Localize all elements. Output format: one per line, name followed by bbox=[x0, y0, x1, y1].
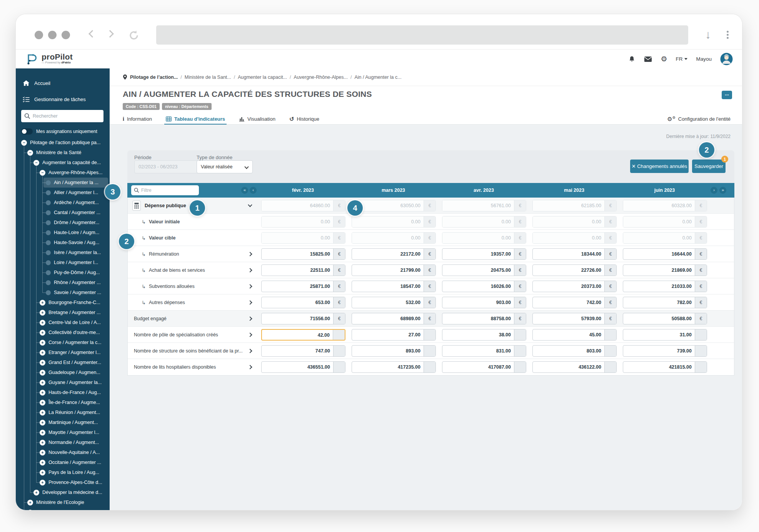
tree-item[interactable]: −Auvergne-Rhône-Alpes... bbox=[18, 168, 108, 178]
tree-leaf-dot-icon[interactable] bbox=[46, 180, 51, 185]
tree-item[interactable]: +Nouvelle-Aquitaine / A... bbox=[18, 447, 108, 457]
tree-leaf-dot-icon[interactable] bbox=[46, 210, 51, 215]
tree-leaf-dot-icon[interactable] bbox=[46, 240, 51, 245]
value-cell[interactable]: 739.00 bbox=[623, 346, 695, 356]
tab-historique[interactable]: ↺Historique bbox=[289, 113, 319, 125]
tree-item[interactable]: Savoie / Augmenter ... bbox=[18, 288, 108, 298]
tree-item[interactable]: +Centre-Val de Loire / A... bbox=[18, 318, 108, 328]
more-actions-button[interactable]: ... bbox=[722, 91, 732, 99]
expand-icon[interactable]: + bbox=[40, 430, 45, 436]
collapse-icon[interactable]: − bbox=[21, 140, 27, 146]
collapse-icon[interactable]: − bbox=[33, 160, 39, 166]
value-cell[interactable]: 38.00 bbox=[442, 329, 514, 340]
value-cell[interactable]: 782.00 bbox=[623, 297, 695, 308]
tree-item[interactable]: −Augmenter la capacité de... bbox=[18, 158, 108, 168]
expand-icon[interactable]: + bbox=[27, 510, 33, 510]
expand-icon[interactable]: + bbox=[40, 360, 45, 366]
expand-icon[interactable]: + bbox=[40, 330, 45, 336]
value-cell[interactable]: 803.00 bbox=[533, 346, 604, 356]
value-cell[interactable]: 903.00 bbox=[442, 297, 514, 308]
expand-icon[interactable]: + bbox=[40, 390, 45, 396]
last-page-icon[interactable]: » bbox=[719, 187, 726, 194]
avatar[interactable] bbox=[720, 53, 733, 65]
tree-item[interactable]: +Bourgogne-Franche-C... bbox=[18, 298, 108, 308]
value-cell[interactable]: 21869.00 bbox=[623, 265, 695, 276]
expand-icon[interactable]: + bbox=[40, 440, 45, 446]
url-bar[interactable] bbox=[156, 25, 688, 45]
value-cell[interactable]: 18344.00 bbox=[533, 249, 604, 259]
value-cell[interactable]: 21033.00 bbox=[623, 281, 695, 292]
expand-icon[interactable]: + bbox=[40, 320, 45, 326]
tree-item[interactable]: Haute-Savoie / Aug... bbox=[18, 238, 108, 248]
value-cell[interactable]: 18547.00 bbox=[352, 281, 424, 292]
tree-item[interactable]: +Occitanie / Augmenter ... bbox=[18, 457, 108, 467]
settings-gear-icon[interactable]: ⚙ bbox=[661, 55, 667, 63]
tree-item[interactable]: +Hauts-de-France / Aug... bbox=[18, 387, 108, 397]
periode-input[interactable]: 02/2023 - 06/2023 bbox=[134, 160, 205, 173]
tree-leaf-dot-icon[interactable] bbox=[46, 290, 51, 295]
messages-envelope-icon[interactable] bbox=[644, 56, 652, 62]
value-cell[interactable]: 436122.00 bbox=[533, 362, 604, 372]
expand-icon[interactable]: + bbox=[40, 370, 45, 376]
value-cell[interactable]: 747.00 bbox=[262, 346, 333, 356]
value-cell[interactable]: 831.00 bbox=[442, 346, 514, 356]
tree-leaf-dot-icon[interactable] bbox=[46, 200, 51, 205]
value-cell[interactable]: 417087.00 bbox=[442, 362, 514, 372]
tree-item[interactable]: −Pilotage de l’action publique pa... bbox=[18, 138, 108, 148]
assignments-toggle[interactable] bbox=[21, 128, 33, 135]
tree-leaf-dot-icon[interactable] bbox=[46, 190, 51, 195]
value-cell[interactable]: 50588.00 bbox=[623, 313, 695, 324]
value-cell[interactable]: 42.00 bbox=[262, 330, 333, 340]
first-page-icon[interactable]: « bbox=[241, 187, 248, 194]
value-cell[interactable]: 22172.00 bbox=[352, 249, 424, 259]
window-close-button[interactable] bbox=[35, 31, 43, 39]
expand-icon[interactable]: + bbox=[40, 380, 45, 386]
value-cell[interactable]: 31.00 bbox=[623, 329, 695, 340]
value-cell[interactable]: 742.00 bbox=[533, 297, 604, 308]
value-cell[interactable]: 20373.00 bbox=[533, 281, 604, 292]
tree-item[interactable]: +Développer la médecine d... bbox=[18, 487, 108, 497]
tree-leaf-dot-icon[interactable] bbox=[46, 250, 51, 255]
expand-icon[interactable]: + bbox=[27, 500, 33, 505]
tree-item[interactable]: Isère / Augmenter la... bbox=[18, 248, 108, 258]
value-cell[interactable]: 16026.00 bbox=[442, 281, 514, 292]
window-minimize-button[interactable] bbox=[48, 31, 57, 39]
table-filter-input[interactable] bbox=[141, 185, 197, 195]
breadcrumb-item[interactable]: Pilotage de l’action... bbox=[130, 75, 178, 80]
tree-item[interactable]: −Ministère de la Santé bbox=[18, 148, 108, 158]
value-cell[interactable]: 88758.00 bbox=[442, 313, 514, 324]
tree-item[interactable]: Cantal / Augmenter ... bbox=[18, 208, 108, 218]
breadcrumb-item[interactable]: Augmenter la capacit... bbox=[238, 75, 287, 80]
expand-icon[interactable]: + bbox=[40, 410, 45, 416]
user-name[interactable]: Mayou bbox=[696, 56, 712, 62]
collapse-icon[interactable]: − bbox=[27, 150, 33, 156]
next-page-icon[interactable]: › bbox=[711, 187, 717, 194]
tree-item[interactable]: +Bretagne / Augmenter ... bbox=[18, 308, 108, 318]
tree-item[interactable]: +Corse / Augmenter la c... bbox=[18, 337, 108, 347]
notifications-bell-icon[interactable] bbox=[628, 55, 636, 63]
save-button[interactable]: Sauvegarder bbox=[692, 160, 726, 173]
expand-icon[interactable]: + bbox=[40, 400, 45, 406]
tree-item[interactable]: +Etranger / Augmenter l... bbox=[18, 347, 108, 357]
browser-menu-icon[interactable] bbox=[727, 30, 729, 40]
value-cell[interactable]: 22726.00 bbox=[533, 265, 604, 276]
tree-item[interactable]: Ardèche / Augment... bbox=[18, 198, 108, 208]
tab-visualisation[interactable]: Visualisation bbox=[239, 113, 275, 125]
tree-item[interactable]: Drôme / Augmenter... bbox=[18, 218, 108, 228]
tree-item[interactable]: +Mayotte / Augmenter l... bbox=[18, 427, 108, 437]
tree-item[interactable]: +Ministère de l'Economie et d... bbox=[18, 507, 108, 510]
download-icon[interactable]: ↓ bbox=[705, 28, 711, 41]
language-selector[interactable]: FR bbox=[676, 56, 687, 62]
breadcrumb-item[interactable]: Auvergne-Rhône-Alpes... bbox=[294, 75, 348, 80]
expand-icon[interactable]: + bbox=[40, 450, 45, 456]
back-icon[interactable] bbox=[88, 30, 96, 38]
type-donnee-select[interactable]: Valeur réalisée bbox=[197, 160, 253, 173]
tree-leaf-dot-icon[interactable] bbox=[46, 220, 51, 225]
tree-item[interactable]: Allier / Augmenter l... bbox=[18, 188, 108, 198]
expand-icon[interactable]: + bbox=[40, 470, 45, 475]
tree-item[interactable]: Haute-Loire / Augm... bbox=[18, 228, 108, 238]
cancel-changes-button[interactable]: ✕ Changements annulés bbox=[630, 160, 689, 173]
value-cell[interactable]: 71556.00 bbox=[262, 313, 333, 324]
sidebar-item-gestionnaire[interactable]: Gestionnaire de tâches bbox=[16, 94, 110, 104]
tree-item[interactable]: Rhône / Augmenter ... bbox=[18, 278, 108, 288]
